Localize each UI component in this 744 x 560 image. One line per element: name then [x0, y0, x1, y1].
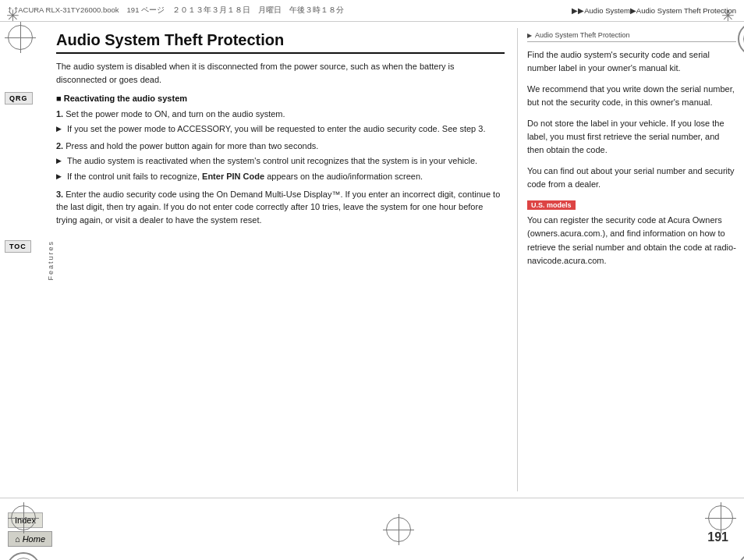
step-3-text: Enter the audio security code using the … — [56, 190, 500, 225]
home-button[interactable]: ⌂ Home — [8, 531, 52, 547]
corner-bl-crosshair — [11, 505, 36, 530]
bottom-center — [61, 517, 736, 542]
left-column: Audio System Theft Protection The audio … — [53, 28, 518, 491]
breadcrumb: ▶▶Audio System▶Audio System Theft Protec… — [572, 6, 736, 15]
page: † †ACURA RLX-31TY26000.book 191 ページ ２０１３… — [0, 0, 744, 560]
page-title: Audio System Theft Protection — [56, 31, 505, 54]
step-3: 3. Enter the audio security code using t… — [56, 188, 505, 227]
main-content: QRG TOC Features Audio System Theft Prot… — [0, 22, 744, 498]
corner-br-crosshair — [708, 505, 733, 530]
section-heading: ■ Reactivating the audio system — [56, 94, 505, 103]
step-1: 1. Set the power mode to ON, and turn on… — [56, 108, 505, 135]
enter-pin-bold: Enter PIN Code — [202, 172, 264, 181]
spiral-tr: ✳ — [721, 8, 735, 23]
step-1-text: Set the power mode to ON, and turn on th… — [66, 109, 285, 119]
us-models-text: You can register the security code at Ac… — [527, 214, 736, 267]
file-info: † †ACURA RLX-31TY26000.book 191 ページ ２０１３… — [8, 5, 572, 16]
right-para-1: Find the audio system's security code an… — [527, 48, 736, 75]
step-2-text: Press and hold the power button again fo… — [66, 141, 318, 151]
right-para-4: You can find out about your serial numbe… — [527, 165, 736, 191]
step-1-sub: If you set the power mode to ACCESSORY, … — [56, 122, 505, 136]
spiral-tl: ✳ — [6, 8, 19, 23]
intro-text: The audio system is disabled when it is … — [56, 60, 505, 86]
page-number: 191 — [707, 530, 728, 544]
step-3-number: 3. — [56, 190, 63, 199]
home-label: Home — [23, 534, 45, 544]
step-2-sub1: The audio system is reactivated when the… — [56, 154, 505, 168]
step-2: 2. Press and hold the power button again… — [56, 140, 505, 183]
step-1-number: 1. — [56, 109, 63, 119]
toc-button[interactable]: TOC — [5, 240, 31, 253]
step-2-sub2: If the control unit fails to recognize, … — [56, 170, 505, 183]
us-models-badge: U.S. models — [527, 200, 576, 210]
content-area: Audio System Theft Protection The audio … — [53, 22, 744, 498]
home-icon: ⌂ — [15, 534, 20, 544]
right-column: Audio System Theft Protection Find the a… — [518, 28, 744, 491]
breadcrumb-area: ▶▶Audio System▶Audio System Theft Protec… — [572, 6, 736, 15]
sidebar: QRG TOC Features — [0, 22, 53, 498]
center-crosshair — [386, 517, 411, 542]
qrg-button[interactable]: QRG — [5, 92, 33, 105]
top-bar: † †ACURA RLX-31TY26000.book 191 ページ ２０１３… — [0, 0, 744, 22]
right-para-2: We recommend that you write down the ser… — [527, 83, 736, 109]
step-2-number: 2. — [56, 141, 63, 151]
step-list: 1. Set the power mode to ON, and turn on… — [56, 108, 505, 226]
right-para-3: Do not store the label in your vehicle. … — [527, 117, 736, 157]
corner-tl-marks — [8, 25, 33, 50]
right-panel-header: Audio System Theft Protection — [527, 31, 736, 42]
bottom-area: Index ⌂ Home 191 — [0, 498, 744, 560]
features-label: Features — [47, 240, 55, 281]
